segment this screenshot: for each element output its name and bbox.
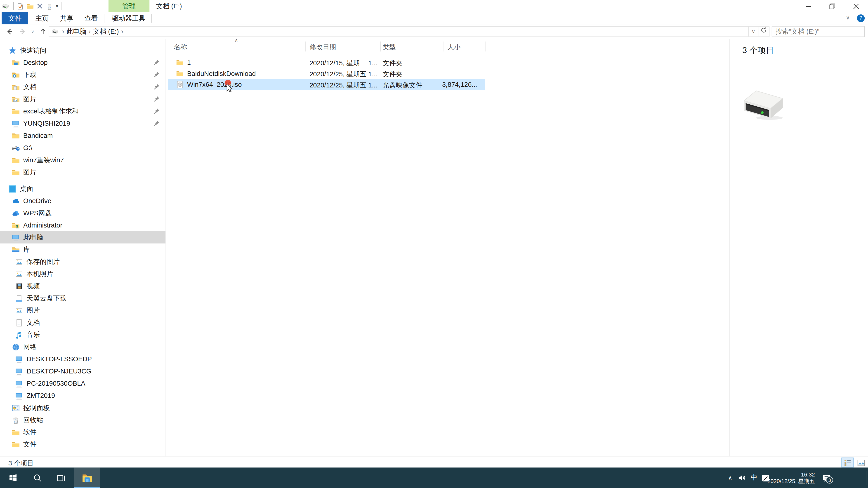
sidebar-item[interactable]: 保存的图片 xyxy=(0,256,165,268)
sidebar-item[interactable]: OneDrive xyxy=(0,195,165,207)
volume-icon[interactable] xyxy=(736,467,747,488)
sidebar-item[interactable]: 下载 xyxy=(0,69,165,81)
status-bar: 3 个项目 xyxy=(0,456,868,467)
column-divider[interactable] xyxy=(443,41,443,52)
column-divider[interactable] xyxy=(380,41,381,52)
details-view-button[interactable] xyxy=(841,457,854,467)
sidebar-item-icon xyxy=(8,46,17,55)
sidebar-item[interactable]: 图片 xyxy=(0,304,165,317)
minimize-button[interactable] xyxy=(797,0,820,12)
sidebar-item-icon xyxy=(15,367,23,376)
sidebar-item-icon xyxy=(15,330,23,339)
start-button[interactable] xyxy=(0,467,26,488)
column-divider[interactable] xyxy=(485,41,485,52)
forward-button[interactable] xyxy=(18,27,28,37)
customize-qat-arrow-icon[interactable]: ▾ xyxy=(56,4,58,8)
sidebar-item[interactable]: YUNQISHI2019 xyxy=(0,117,165,129)
collapse-ribbon-chevron-icon[interactable]: ∨ xyxy=(846,14,850,21)
taskbar-search-button[interactable] xyxy=(26,467,49,488)
tab-view[interactable]: 查看 xyxy=(80,12,102,24)
address-bar[interactable]: › 此电脑 › 文档 (E:) › ∨ xyxy=(49,26,770,37)
sidebar-item[interactable]: Bandicam xyxy=(0,129,165,142)
sidebar-item[interactable]: DESKTOP-LSSOEDP xyxy=(0,353,165,365)
column-header-type[interactable]: 类型 xyxy=(382,43,396,52)
search-box[interactable] xyxy=(772,26,865,37)
breadcrumb-this-pc[interactable]: 此电脑 xyxy=(66,27,86,36)
properties-check-icon[interactable] xyxy=(17,2,24,10)
up-button[interactable] xyxy=(38,27,48,37)
sidebar-item[interactable]: Administrator xyxy=(0,219,165,231)
recycle-bin-icon[interactable] xyxy=(46,2,53,10)
sidebar-item[interactable]: 软件 xyxy=(0,426,165,438)
refresh-icon[interactable] xyxy=(758,27,769,37)
file-row[interactable]: Win7x64_2020.iso 2020/12/25, 星期五 1... 光盘… xyxy=(168,79,485,90)
sidebar-item-icon xyxy=(11,404,20,412)
ime-indicator[interactable]: 中 xyxy=(748,467,760,488)
sidebar-item[interactable]: Desktop xyxy=(0,57,165,69)
close-button[interactable] xyxy=(844,0,868,12)
tab-file[interactable]: 文件 xyxy=(2,12,28,24)
sidebar-item[interactable]: 网络 xyxy=(0,341,165,353)
column-header-date[interactable]: 修改日期 xyxy=(309,43,336,52)
sidebar-item[interactable]: 桌面 xyxy=(0,183,165,195)
sidebar-item[interactable]: G:\ xyxy=(0,142,165,154)
new-folder-icon[interactable] xyxy=(27,2,34,10)
sidebar-item-icon xyxy=(11,70,20,79)
file-row[interactable]: BaiduNetdiskDownload 2020/12/25, 星期五 1..… xyxy=(168,68,485,79)
address-dropdown-chevron-icon[interactable]: ∨ xyxy=(748,27,758,37)
task-view-button[interactable] xyxy=(49,467,73,488)
sidebar-item-label: 库 xyxy=(23,245,30,254)
sidebar-item[interactable]: 音乐 xyxy=(0,329,165,341)
tab-drive-tools[interactable]: 驱动器工具 xyxy=(107,12,151,24)
tab-share[interactable]: 共享 xyxy=(56,12,78,24)
hidden-icons-chevron-icon[interactable]: ∧ xyxy=(725,467,735,488)
taskbar-clock[interactable]: 16:32 2020/12/25, 星期五 xyxy=(764,467,816,488)
sidebar-item[interactable]: 此电脑 xyxy=(0,231,165,243)
file-name[interactable]: Win7x64_2020.iso xyxy=(187,81,242,89)
column-header-name[interactable]: 名称 xyxy=(174,43,187,52)
search-input[interactable] xyxy=(772,28,861,35)
sidebar-item[interactable]: 图片 xyxy=(0,93,165,105)
sidebar-item[interactable]: PC-20190530OBLA xyxy=(0,377,165,390)
back-button[interactable] xyxy=(4,27,14,37)
sidebar-item[interactable]: 库 xyxy=(0,243,165,256)
restore-button[interactable] xyxy=(820,0,844,12)
pin-icon xyxy=(153,84,160,90)
thumbnails-view-button[interactable] xyxy=(855,457,867,467)
sidebar-item[interactable]: 图片 xyxy=(0,166,165,178)
file-row[interactable]: 1 2020/12/15, 星期二 1... 文件夹 xyxy=(168,57,485,68)
sort-ascending-icon[interactable]: ∧ xyxy=(235,38,238,43)
contextual-tab-header[interactable]: 管理 xyxy=(108,0,149,12)
sidebar-item[interactable]: 文件 xyxy=(0,438,165,451)
column-divider[interactable] xyxy=(305,41,305,52)
sidebar-item[interactable]: DESKTOP-NJEU3CG xyxy=(0,365,165,377)
sidebar-item[interactable]: WPS网盘 xyxy=(0,207,165,219)
sidebar-item[interactable]: 视频 xyxy=(0,280,165,292)
sidebar-item-icon xyxy=(11,58,20,67)
column-header-size[interactable]: 大小 xyxy=(447,43,461,52)
sidebar-item[interactable]: 本机照片 xyxy=(0,268,165,280)
sidebar-item[interactable]: 控制面板 xyxy=(0,402,165,414)
file-name[interactable]: 1 xyxy=(187,59,191,66)
delete-x-icon[interactable] xyxy=(37,3,43,9)
help-icon[interactable]: ? xyxy=(857,14,865,22)
file-name[interactable]: BaiduNetdiskDownload xyxy=(187,70,256,77)
sidebar-item-icon xyxy=(11,343,20,351)
sidebar-item[interactable]: 文档 xyxy=(0,81,165,93)
show-desktop-button[interactable] xyxy=(866,471,866,485)
sidebar-item[interactable]: 天翼云盘下载 xyxy=(0,292,165,304)
navigation-bar: ∨ › 此电脑 › 文档 (E:) › ∨ xyxy=(0,24,868,39)
tab-home[interactable]: 主页 xyxy=(32,12,53,24)
sidebar-item-icon xyxy=(11,107,20,116)
sidebar-item[interactable]: excel表格制作求和 xyxy=(0,105,165,117)
recent-locations-chevron-icon[interactable]: ∨ xyxy=(29,27,36,37)
breadcrumb-chevron-icon: › xyxy=(62,27,64,37)
breadcrumb-drive-e[interactable]: 文档 (E:) xyxy=(93,27,119,36)
sidebar-item[interactable]: 回收站 xyxy=(0,414,165,426)
sidebar-item[interactable]: 快速访问 xyxy=(0,44,165,57)
sidebar-item[interactable]: win7重装win7 xyxy=(0,154,165,166)
sidebar-item[interactable]: ZMT2019 xyxy=(0,390,165,402)
file-type: 文件夹 xyxy=(382,59,402,68)
file-explorer-taskbar-button[interactable] xyxy=(74,467,100,488)
sidebar-item[interactable]: 文档 xyxy=(0,317,165,329)
